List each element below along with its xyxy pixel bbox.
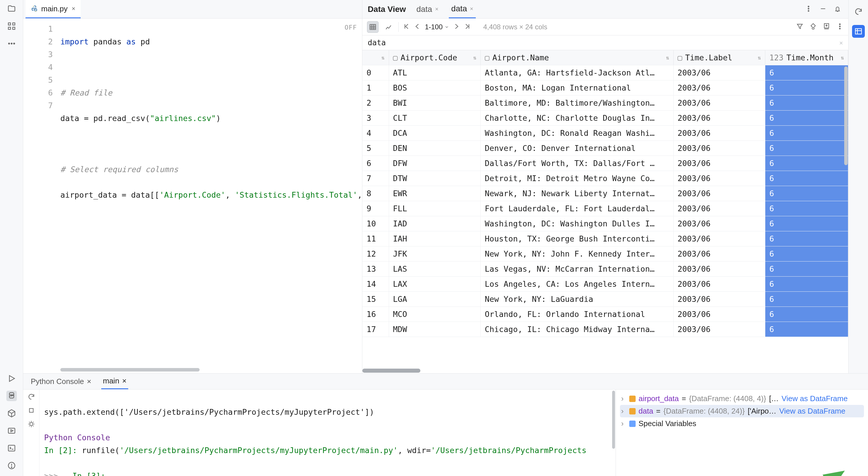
python-console-tool-icon[interactable]: [6, 391, 17, 401]
svg-line-26: [793, 473, 842, 476]
run-tool-icon[interactable]: [6, 373, 17, 384]
table-row[interactable]: 12JFKNew York, NY: John F. Kennedy Inter…: [362, 246, 848, 262]
data-table[interactable]: ⇅ ▢Airport.Code⇅ ▢Airport.Name⇅ ▢Time.La…: [362, 50, 848, 337]
column-header[interactable]: Airport.Code: [401, 53, 457, 62]
sort-icon[interactable]: ⇅: [473, 55, 476, 61]
dataview-tab-2[interactable]: data×: [449, 0, 475, 18]
editor-pane: main.py × OFF 1234567 import pandas as p…: [23, 0, 362, 373]
chevron-right-icon[interactable]: ›: [621, 394, 626, 403]
table-row[interactable]: 16MCOOrlando, FL: Orlando International2…: [362, 307, 848, 322]
column-header[interactable]: Airport.Name: [492, 53, 549, 62]
editor-horizontal-scrollbar[interactable]: [60, 368, 321, 372]
special-vars-icon: [629, 421, 636, 427]
chevron-right-icon[interactable]: ›: [621, 419, 626, 428]
sort-icon[interactable]: ⇅: [666, 55, 669, 61]
table-row[interactable]: 0ATLAtlanta, GA: Hartsfield-Jackson Atla…: [362, 65, 848, 80]
dataframe-icon: [629, 408, 636, 414]
chart-view-button[interactable]: [383, 21, 394, 33]
table-row[interactable]: 7DTWDetroit, MI: Detroit Metro Wayne Cou…: [362, 171, 848, 186]
svg-rect-2: [8, 27, 10, 30]
dataview-tool-icon[interactable]: [852, 25, 865, 38]
sort-icon[interactable]: ⇅: [758, 55, 761, 61]
editor-body[interactable]: OFF 1234567 import pandas as pd # Read f…: [23, 19, 362, 373]
dataview-toolbar: 1-100 4,408 rows × 24 cols: [362, 19, 848, 35]
filter-icon[interactable]: [796, 23, 804, 31]
column-header[interactable]: Time.Label: [685, 53, 733, 62]
table-row[interactable]: 1BOSBoston, MA: Logan International2003/…: [362, 80, 848, 95]
more-tool-icon[interactable]: [6, 38, 17, 49]
variable-row-special[interactable]: › Special Variables: [620, 417, 864, 430]
console-tab-python[interactable]: Python Console×: [29, 374, 93, 389]
project-tool-icon[interactable]: [6, 3, 17, 14]
console-tabbar: Python Console× main×: [23, 374, 868, 389]
view-as-dataframe-link[interactable]: View as DataFrame: [781, 394, 848, 403]
sort-icon[interactable]: ⇅: [841, 55, 844, 61]
dataview-menu-icon[interactable]: [805, 5, 812, 13]
structure-tool-icon[interactable]: [6, 21, 17, 31]
table-row[interactable]: 13LASLas Vegas, NV: McCarran Internation…: [362, 262, 848, 277]
close-icon[interactable]: ×: [839, 39, 843, 47]
console-tab-main[interactable]: main×: [101, 374, 128, 389]
svg-point-14: [35, 11, 36, 11]
dataview-horizontal-scrollbar[interactable]: [362, 368, 421, 373]
variable-row-data[interactable]: › data = {DataFrame: (4408, 24)} ['Airpo…: [620, 405, 864, 417]
table-row[interactable]: 8EWRNewark, NJ: Newark Liberty Internati…: [362, 186, 848, 201]
minimize-icon[interactable]: [819, 5, 827, 13]
page-range-selector[interactable]: 1-100: [425, 23, 449, 31]
svg-point-16: [808, 8, 809, 9]
table-row[interactable]: 10IADWashington, DC: Washington Dulles I…: [362, 216, 848, 231]
stop-icon[interactable]: [28, 407, 35, 415]
table-row[interactable]: 15LGANew York, NY: LaGuardia2003/066: [362, 292, 848, 307]
attach-debugger-icon[interactable]: [28, 420, 35, 429]
variable-row-airport-data[interactable]: › airport_data = {DataFrame: (4408, 4)} …: [620, 392, 864, 405]
svg-point-25: [30, 423, 33, 426]
table-row[interactable]: 11IAHHouston, TX: George Bush Interconti…: [362, 231, 848, 246]
first-page-icon[interactable]: [403, 23, 410, 31]
export-icon[interactable]: [823, 23, 830, 31]
notifications-icon[interactable]: [834, 5, 841, 13]
next-page-icon[interactable]: [453, 23, 460, 31]
svg-rect-23: [855, 29, 861, 34]
terminal-tool-icon[interactable]: [6, 443, 17, 453]
refresh-icon[interactable]: [852, 5, 865, 18]
sort-icon[interactable]: ⇅: [381, 55, 385, 61]
column-type-icon: ▢: [678, 53, 682, 62]
editor-code[interactable]: import pandas as pd # Read file data = p…: [60, 19, 362, 373]
inspection-off-badge: OFF: [345, 24, 357, 31]
table-row[interactable]: 9FLLFort Lauderdale, FL: Fort Lauderdale…: [362, 201, 848, 216]
color-scale-icon[interactable]: [809, 23, 817, 31]
last-page-icon[interactable]: [464, 23, 471, 31]
svg-point-21: [839, 26, 840, 27]
column-header[interactable]: Time.Month: [786, 53, 834, 62]
svg-point-6: [13, 43, 14, 44]
console-output[interactable]: sys.path.extend(['/Users/jetbrains/Pycha…: [39, 389, 616, 476]
table-row[interactable]: 6DFWDallas/Fort Worth, TX: Dallas/Fort W…: [362, 156, 848, 171]
prev-page-icon[interactable]: [414, 23, 421, 31]
dataview-vertical-scrollbar[interactable]: [844, 66, 848, 165]
table-row[interactable]: 4DCAWashington, DC: Ronald Reagan Washin…: [362, 126, 848, 141]
problems-tool-icon[interactable]: [6, 460, 17, 471]
table-row[interactable]: 5DENDenver, CO: Denver International2003…: [362, 141, 848, 156]
view-as-dataframe-link[interactable]: View as DataFrame: [779, 407, 845, 416]
table-row[interactable]: 3CLTCharlotte, NC: Charlotte Douglas Int…: [362, 111, 848, 126]
close-icon[interactable]: ×: [435, 6, 439, 12]
console-line: Python Console: [44, 433, 110, 442]
packages-tool-icon[interactable]: [6, 408, 17, 419]
chevron-right-icon[interactable]: ›: [621, 407, 626, 416]
close-icon[interactable]: ×: [87, 377, 91, 386]
table-view-button[interactable]: [367, 21, 379, 33]
services-tool-icon[interactable]: [6, 425, 17, 436]
close-icon[interactable]: ×: [72, 5, 75, 12]
dataview-more-icon[interactable]: [836, 23, 844, 31]
table-row[interactable]: 14LAXLos Angeles, CA: Los Angeles Intern…: [362, 277, 848, 292]
editor-tab-main[interactable]: main.py ×: [26, 0, 81, 18]
svg-rect-24: [29, 409, 33, 412]
table-row[interactable]: 2BWIBaltimore, MD: Baltimore/Washington …: [362, 95, 848, 111]
close-icon[interactable]: ×: [470, 5, 473, 12]
console-vertical-scrollbar[interactable]: [612, 391, 615, 449]
svg-point-22: [839, 28, 840, 29]
close-icon[interactable]: ×: [122, 377, 126, 385]
rerun-icon[interactable]: [28, 393, 35, 401]
table-row[interactable]: 17MDWChicago, IL: Chicago Midway Interna…: [362, 322, 848, 337]
dataview-tab-1[interactable]: data×: [414, 1, 441, 18]
